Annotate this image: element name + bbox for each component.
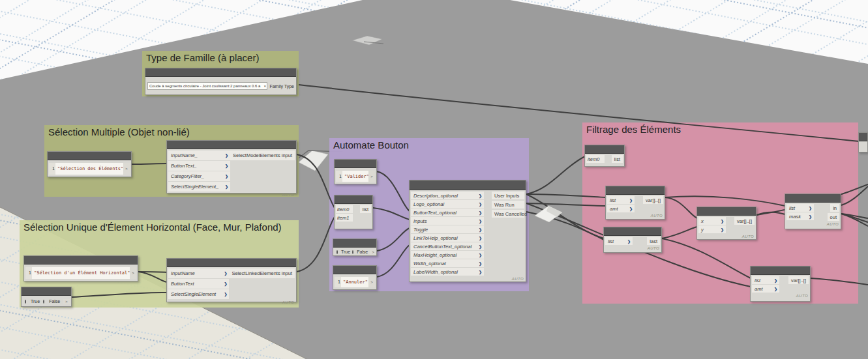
- input-port[interactable]: ButtonText_optional❯: [411, 208, 484, 216]
- radio-false[interactable]: [352, 250, 353, 254]
- input-port[interactable]: CancelButtonText_optional❯: [411, 242, 484, 250]
- node-boolean-left[interactable]: True False >: [21, 287, 72, 307]
- node-select-linked-elements[interactable]: InputName❯ ButtonText❯ SelectSingleEleme…: [166, 258, 297, 302]
- output-port[interactable]: User Inputs: [492, 192, 524, 199]
- node-filter-by-mask[interactable]: list❯ mask❯ in out AUTO: [785, 194, 841, 229]
- code-text[interactable]: "Annuler";: [341, 277, 368, 287]
- node-list-create-single[interactable]: item0 list: [584, 145, 625, 167]
- code-text[interactable]: "Sélection d'un Élément Horizontal";: [32, 267, 130, 279]
- port-chevron-icon: ❯: [224, 281, 227, 286]
- input-port[interactable]: item0: [336, 205, 353, 213]
- output-port[interactable]: list: [612, 155, 623, 163]
- input-port[interactable]: list❯: [607, 196, 635, 204]
- output-port[interactable]: Was Cancelled: [492, 210, 524, 218]
- output-port[interactable]: Was Run: [492, 201, 524, 208]
- input-port[interactable]: CategoryFilter_❯: [168, 171, 230, 181]
- node-last-item[interactable]: list❯ last AUTO: [603, 227, 662, 253]
- input-port[interactable]: SelectSingleElement_❯: [168, 182, 230, 192]
- node-codeblock-selection-horizontal[interactable]: 1 "Sélection d'un Élément Horizontal"; >: [23, 255, 138, 281]
- radio-false[interactable]: [43, 300, 44, 304]
- node-header[interactable]: [333, 239, 376, 248]
- radio-true[interactable]: [25, 300, 26, 304]
- output-port[interactable]: >: [368, 277, 375, 287]
- input-port[interactable]: amt❯: [607, 205, 635, 212]
- input-port[interactable]: item1: [336, 214, 353, 222]
- node-header[interactable]: [859, 133, 867, 141]
- input-port[interactable]: SelectSingleElement❯: [168, 289, 229, 299]
- input-port[interactable]: Toggle❯: [411, 225, 484, 233]
- output-port[interactable]: out: [828, 213, 839, 221]
- input-port[interactable]: list❯: [605, 237, 633, 245]
- output-port[interactable]: var[]..[]: [788, 276, 809, 284]
- input-port[interactable]: Inputs❯: [411, 217, 484, 225]
- node-codeblock-valider[interactable]: 1 "Valider"; >: [334, 159, 377, 184]
- output-port[interactable]: in: [830, 204, 839, 212]
- node-header[interactable]: [24, 256, 138, 265]
- input-port[interactable]: Description_optional❯: [411, 192, 484, 199]
- input-port[interactable]: MaxHeight_optional❯: [411, 251, 484, 259]
- code-text[interactable]: "Valider";: [342, 171, 368, 182]
- output-port[interactable]: list: [360, 205, 371, 213]
- output-port[interactable]: var[]..[]: [734, 217, 755, 225]
- node-header[interactable]: [22, 287, 71, 296]
- node-drop-items[interactable]: list❯ amt❯ var[]..[] AUTO: [750, 266, 811, 302]
- node-take-items[interactable]: list❯ amt❯ var[]..[] AUTO: [605, 186, 665, 220]
- node-header[interactable]: [585, 145, 624, 154]
- input-port[interactable]: LabelWidth_optional❯: [411, 268, 484, 276]
- output-port[interactable]: SelectLinkedElements input: [229, 268, 295, 278]
- radio-true[interactable]: [337, 250, 338, 254]
- node-header[interactable]: [785, 194, 841, 203]
- input-port[interactable]: InputName❯: [168, 268, 229, 278]
- node-combine-xy[interactable]: x❯ y❯ var[]..[] AUTO: [696, 207, 756, 240]
- node-header[interactable]: [604, 227, 661, 236]
- grid-region-top-right: [510, 0, 868, 64]
- node-header[interactable]: [48, 152, 131, 160]
- node-codeblock-annuler[interactable]: 1 "Annuler"; >: [333, 265, 377, 290]
- node-select-model-elements[interactable]: InputName_❯ ButtonText_❯ CategoryFilter_…: [166, 140, 297, 194]
- input-port[interactable]: LinkToHelp_optional❯: [411, 234, 484, 242]
- input-port[interactable]: amt❯: [752, 285, 779, 293]
- output-port[interactable]: last: [647, 237, 660, 245]
- dynamo-canvas[interactable]: Type de Famille (à placer) Sélection Mul…: [0, 0, 868, 359]
- output-port[interactable]: >: [370, 250, 376, 255]
- input-port[interactable]: list❯: [752, 276, 779, 284]
- input-port[interactable]: mask❯: [786, 212, 814, 220]
- node-list-create[interactable]: item0 item1 list: [334, 195, 373, 229]
- input-port[interactable]: Width_optional❯: [411, 259, 484, 267]
- output-port[interactable]: >: [130, 267, 136, 279]
- input-port[interactable]: ButtonText_❯: [168, 161, 230, 171]
- port-chevron-icon: ❯: [225, 153, 228, 158]
- input-port[interactable]: x❯: [698, 217, 726, 225]
- node-header[interactable]: [145, 68, 296, 77]
- input-port[interactable]: y❯: [698, 225, 726, 233]
- output-port[interactable]: SelectModelElements input: [230, 151, 295, 160]
- output-port[interactable]: >: [123, 163, 130, 175]
- node-header[interactable]: [167, 141, 296, 149]
- node-boolean-automate[interactable]: True False >: [333, 238, 377, 256]
- node-codeblock-selection-elements[interactable]: 1 "Sélection des Éléments"; >: [47, 151, 132, 177]
- node-header[interactable]: [167, 259, 296, 267]
- input-port[interactable]: Logo_optional❯: [411, 200, 484, 208]
- group-title: Type de Famille (à placer): [142, 51, 299, 65]
- input-port[interactable]: item0: [586, 155, 605, 163]
- node-header[interactable]: [335, 160, 376, 168]
- node-header[interactable]: [751, 266, 810, 275]
- node-header[interactable]: [697, 207, 756, 216]
- output-port[interactable]: var[]..[]: [643, 196, 663, 204]
- node-header[interactable]: [333, 266, 376, 274]
- node-header[interactable]: [410, 180, 526, 190]
- node-clipped-right-edge[interactable]: [858, 132, 868, 152]
- node-header[interactable]: [606, 186, 665, 195]
- node-family-types[interactable]: Coude à segments circulaire - Joint coul…: [145, 68, 297, 95]
- code-text[interactable]: "Sélection des Éléments";: [55, 163, 123, 175]
- input-port[interactable]: ButtonText❯: [168, 279, 229, 289]
- port-chevron-icon: ❯: [479, 219, 482, 223]
- node-ui-automate[interactable]: Description_optional❯ Logo_optional❯ But…: [409, 180, 526, 282]
- output-port[interactable]: >: [368, 171, 375, 182]
- node-header[interactable]: [335, 195, 372, 204]
- input-port[interactable]: InputName_❯: [168, 151, 230, 160]
- output-port[interactable]: >: [63, 299, 70, 304]
- family-type-dropdown[interactable]: Coude à segments circulaire - Joint coul…: [147, 82, 267, 90]
- input-port[interactable]: list❯: [786, 204, 814, 212]
- output-port-family-type[interactable]: Family Type: [269, 84, 294, 89]
